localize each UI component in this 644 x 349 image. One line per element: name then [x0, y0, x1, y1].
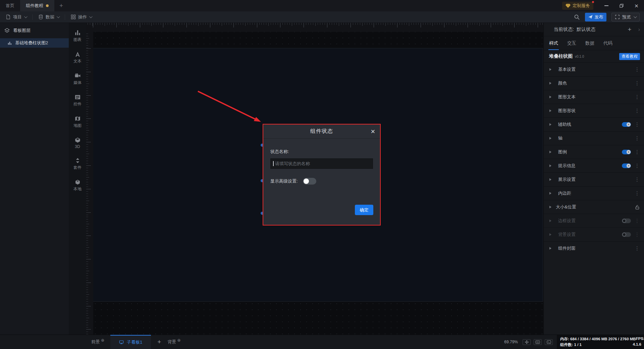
inspector-section-row[interactable]: 提示信息 ⋮	[544, 159, 644, 172]
rail-item-icon	[74, 94, 81, 100]
console-button[interactable]	[545, 339, 553, 345]
section-label: 提示信息	[558, 163, 576, 169]
inspector-tab-label: 数据	[585, 40, 594, 46]
expand-caret-icon[interactable]	[549, 206, 551, 208]
rail-item[interactable]: 图表	[73, 30, 82, 43]
rail-item-label: 套件	[73, 165, 82, 170]
expand-caret-icon[interactable]	[549, 192, 551, 195]
expand-caret-icon[interactable]	[549, 82, 551, 85]
section-menu-button[interactable]: ⋮	[635, 245, 640, 251]
inspector-section-row[interactable]: 组件封面 ⋮	[544, 241, 644, 255]
add-state-button[interactable]: +	[628, 26, 632, 33]
section-menu-button[interactable]: ⋮	[635, 80, 640, 86]
expand-caret-icon[interactable]	[549, 109, 551, 112]
section-toggle[interactable]	[622, 122, 631, 127]
tab-home[interactable]: 首页	[0, 0, 20, 11]
section-menu-button[interactable]: ⋮	[635, 94, 640, 100]
sub-board-tab[interactable]: 子看板1	[110, 335, 151, 349]
inspector-section-row[interactable]: 内边距 ⋮	[544, 186, 644, 200]
menu-data[interactable]: 数据	[33, 11, 65, 22]
modal-close-button[interactable]: ✕	[371, 124, 375, 139]
section-toggle[interactable]	[622, 218, 631, 223]
sub-board-tab-label: 子看板1	[127, 339, 142, 345]
preview-button[interactable]: 预览	[611, 13, 640, 21]
inspector-section-row[interactable]: 轴 ⋮	[544, 131, 644, 145]
add-background-icon[interactable]: ⊕	[177, 338, 180, 343]
section-menu-button[interactable]: ⋮	[635, 163, 640, 169]
rail-item[interactable]: 套件	[73, 157, 82, 170]
current-state-bar: 当前状态: 默认状态 + ›	[544, 23, 644, 36]
rail-item[interactable]: 地图	[73, 115, 82, 129]
section-menu-button[interactable]: ⋮	[635, 149, 640, 155]
inspector-section-row[interactable]: 颜色 ⋮	[544, 76, 644, 90]
expand-caret-icon[interactable]	[549, 137, 551, 140]
tab-document[interactable]: 组件教程	[20, 0, 54, 11]
inspector-tab[interactable]: 代码	[603, 36, 612, 50]
section-toggle[interactable]	[622, 163, 631, 168]
section-menu-button[interactable]: ⋮	[635, 108, 640, 114]
inspector-section-row[interactable]: 图形形状 ⋮	[544, 104, 644, 117]
inspector-section-row[interactable]: 边框设置 ⋮	[544, 214, 644, 228]
inspector-section-row[interactable]: 大小&位置 ⋮	[544, 200, 644, 214]
inspector-section-row[interactable]: 图例 ⋮	[544, 145, 644, 159]
section-label: 图形文本	[558, 94, 576, 100]
section-menu-button[interactable]: ⋮	[635, 135, 640, 141]
inspector-section-row[interactable]: 基本设置 ⋮	[544, 62, 644, 76]
expand-caret-icon[interactable]	[549, 233, 551, 236]
expand-caret-icon[interactable]	[549, 151, 551, 153]
menu-project[interactable]: 项目	[0, 11, 32, 22]
new-tab-button[interactable]: +	[54, 0, 68, 11]
inspector-tab[interactable]: 样式	[549, 36, 558, 50]
layers-panel-title: 看板图层	[13, 28, 31, 34]
advanced-settings-toggle[interactable]	[303, 178, 316, 185]
section-menu-button[interactable]: ⋮	[635, 190, 640, 196]
rail-item[interactable]: 本地	[73, 179, 82, 192]
lock-icon[interactable]	[635, 205, 640, 210]
rail-item[interactable]: 控件	[73, 94, 82, 107]
search-icon[interactable]	[574, 14, 580, 20]
inspector-section-row[interactable]: 展示设置 ⋮	[544, 172, 644, 186]
expand-caret-icon[interactable]	[549, 123, 551, 126]
chevron-right-icon[interactable]: ›	[638, 27, 640, 33]
add-foreground-icon[interactable]: ⊕	[101, 338, 104, 343]
view-tutorial-button[interactable]: 查看教程	[619, 53, 640, 60]
menu-actions[interactable]: 操作	[65, 11, 97, 22]
maximize-restore-button[interactable]	[614, 0, 629, 11]
expand-caret-icon[interactable]	[549, 219, 551, 222]
shortcuts-button[interactable]	[534, 339, 542, 345]
minimize-button[interactable]	[599, 0, 614, 11]
publish-button[interactable]: 发布	[585, 13, 606, 21]
rail-item[interactable]: 文本	[73, 51, 82, 64]
close-window-button[interactable]: ✕	[629, 0, 644, 11]
confirm-button[interactable]: 确定	[355, 205, 373, 215]
expand-caret-icon[interactable]	[549, 178, 551, 181]
foreground-layer-button[interactable]: 前景 ⊕	[91, 335, 104, 349]
rail-item[interactable]: 媒体	[73, 72, 82, 86]
expand-caret-icon[interactable]	[549, 247, 551, 250]
background-layer-button[interactable]: 背景 ⊕	[167, 335, 180, 349]
section-menu-button[interactable]: ⋮	[635, 121, 640, 128]
inspector-section-row[interactable]: 辅助线 ⋮	[544, 117, 644, 131]
custom-service-badge[interactable]: 定制服务	[562, 2, 593, 10]
section-toggle[interactable]	[622, 150, 631, 154]
section-toggle[interactable]	[622, 232, 631, 237]
section-menu-button[interactable]: ⋮	[635, 232, 640, 238]
inspector-tab[interactable]: 数据	[585, 36, 594, 50]
expand-caret-icon[interactable]	[549, 164, 551, 167]
expand-caret-icon[interactable]	[549, 68, 551, 71]
inspector-section-row[interactable]: 背景设置 ⋮	[544, 228, 644, 241]
state-name-input[interactable]	[270, 158, 373, 169]
rail-item[interactable]: 3D	[74, 137, 81, 149]
inspector-tab[interactable]: 交互	[567, 36, 576, 50]
fit-screen-button[interactable]	[523, 339, 531, 345]
section-menu-button[interactable]: ⋮	[635, 177, 640, 183]
inspector-section-row[interactable]: 图形文本 ⋮	[544, 90, 644, 104]
add-board-button[interactable]: +	[157, 335, 161, 349]
section-menu-button[interactable]: ⋮	[635, 66, 640, 72]
database-icon	[38, 14, 43, 19]
expand-caret-icon[interactable]	[549, 96, 551, 98]
section-menu-button[interactable]: ⋮	[635, 218, 640, 224]
state-name-label: 状态名称:	[270, 149, 373, 155]
layer-item-stacked-bar[interactable]: 基础堆叠柱状图2	[0, 38, 69, 48]
toggle-knob	[304, 179, 309, 184]
